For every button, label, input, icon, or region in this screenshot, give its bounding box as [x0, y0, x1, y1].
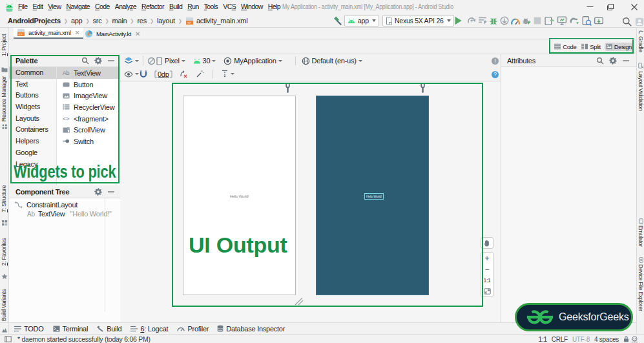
menu-help[interactable]: Help — [265, 0, 283, 14]
tool-button-build-variants[interactable]: Build Variants — [1, 289, 7, 321]
tab-row-divider — [9, 39, 636, 39]
menu-view[interactable]: View — [45, 0, 63, 14]
chevron-down-icon — [212, 60, 216, 62]
breadcrumb-main[interactable]: main — [112, 17, 127, 25]
menu-code[interactable]: Code — [92, 0, 112, 14]
apply-code-changes-icon[interactable] — [477, 16, 488, 26]
tool-button-project[interactable]: 1: Project — [1, 34, 7, 56]
device-for-preview-select[interactable]: Pixel — [156, 57, 185, 65]
breadcrumb-project[interactable]: AndroidProjects — [8, 17, 61, 25]
tab-mainactivity-kt[interactable]: MainActivity.kt ✕ — [81, 28, 143, 39]
line-ending[interactable]: CRLF — [552, 336, 568, 343]
tool-button-device-file-explorer[interactable]: Device File Explorer — [638, 264, 644, 311]
help-icon[interactable]: ? — [491, 70, 499, 79]
night-mode-button[interactable] — [147, 57, 156, 65]
status-message[interactable]: * daemon started successfully (today 6:0… — [17, 335, 151, 343]
run-icon[interactable] — [453, 16, 463, 26]
tool-button-layout-validation[interactable]: Layout Validation — [638, 71, 644, 111]
device-manager-icon[interactable] — [545, 16, 555, 26]
breadcrumb-file[interactable]: activity_main.xml — [196, 17, 248, 25]
breadcrumb-app[interactable]: app — [71, 17, 83, 25]
profile-badge-icon[interactable] — [634, 17, 644, 27]
menu-file[interactable]: File — [16, 0, 30, 14]
chevron-down-icon — [135, 60, 139, 62]
menu-run[interactable]: Run — [185, 0, 201, 14]
tool-button-logcat[interactable]: 6: Logcat — [130, 325, 168, 333]
avd-manager-icon[interactable] — [557, 16, 567, 26]
menu-build[interactable]: Build — [167, 0, 185, 14]
pack-selection-button[interactable] — [221, 70, 234, 78]
menu-window[interactable]: Window — [238, 0, 265, 14]
lock-icon[interactable] — [623, 336, 629, 342]
apply-changes-icon[interactable] — [466, 16, 477, 26]
minimize-panel-icon[interactable] — [107, 188, 115, 196]
sdk-manager-icon[interactable] — [594, 16, 604, 26]
constraint-toolbar: 0dp — [120, 67, 501, 81]
menu-vcs[interactable]: VCS — [220, 0, 238, 14]
sync-gradle-icon[interactable] — [569, 16, 579, 26]
api-version-select[interactable]: 30 — [193, 57, 216, 65]
menu-edit[interactable]: Edit — [30, 0, 46, 14]
tool-button-structure[interactable]: 7: Structure — [1, 185, 7, 213]
menu-tools[interactable]: Tools — [202, 0, 221, 14]
attach-profiler-icon[interactable] — [521, 16, 532, 26]
build-variants-icon — [1, 327, 8, 333]
default-margins-button[interactable]: 0dp — [154, 70, 173, 78]
annotation-widgets-to-pick: Widgets to pick — [14, 162, 116, 182]
menu-analyze[interactable]: Analyze — [112, 0, 139, 14]
layout-validation-icon — [638, 63, 644, 68]
device-select[interactable]: Nexus 5X API 26 — [382, 15, 454, 26]
locale-select[interactable]: Default (en-us) — [302, 57, 362, 65]
maximize-button[interactable] — [601, 0, 620, 14]
tool-button-profiler[interactable]: Profiler — [177, 325, 209, 333]
search-everywhere-icon[interactable] — [622, 17, 632, 27]
theme-select[interactable]: MyApplication — [223, 57, 282, 65]
menu-navigate[interactable]: Navigate — [63, 0, 92, 14]
tool-button-gradle[interactable]: Gradle — [638, 36, 644, 52]
tool-button-label: TODO — [24, 325, 44, 333]
attach-debugger-icon[interactable] — [499, 16, 510, 26]
gear-icon[interactable] — [94, 188, 102, 196]
issue-panel-icon[interactable] — [491, 57, 499, 65]
tool-button-resource-manager[interactable]: Resource Manager — [1, 76, 7, 121]
layout-inspector-icon[interactable] — [581, 16, 592, 26]
tool-button-favorites[interactable]: 2: Favorites — [1, 238, 7, 265]
tool-button-emulator[interactable]: Emulator — [638, 225, 644, 247]
tool-button-terminal[interactable]: Terminal — [53, 325, 88, 333]
close-tab-icon[interactable]: ✕ — [135, 30, 140, 37]
tree-item-constraintlayout[interactable]: ConstraintLayout — [14, 201, 78, 209]
debug-icon[interactable] — [488, 16, 499, 26]
profiler-icon[interactable] — [510, 16, 521, 26]
caret-position[interactable]: 1:1 — [539, 336, 547, 343]
close-button[interactable] — [625, 0, 644, 14]
build-hammer-icon — [96, 325, 104, 332]
menu-refactor[interactable]: Refactor — [139, 0, 167, 14]
notifications-icon[interactable] — [631, 336, 638, 342]
run-config-select[interactable]: app — [344, 15, 379, 26]
file-encoding[interactable]: UTF-8 — [572, 336, 590, 343]
tool-button-build[interactable]: Build — [96, 325, 121, 333]
tab-activity-main-xml[interactable]: <> activity_main.xml ✕ — [14, 28, 83, 39]
clear-constraints-button[interactable] — [179, 70, 188, 78]
design-surface-select[interactable] — [124, 57, 139, 65]
tree-item-textview[interactable]: Ab TextView "Hello World!" — [27, 210, 112, 218]
search-icon[interactable] — [596, 57, 604, 65]
build-hammer-icon[interactable] — [333, 16, 343, 26]
geeksforgeeks-icon — [526, 307, 554, 327]
breadcrumb-res[interactable]: res — [137, 17, 147, 25]
view-options-button[interactable] — [124, 71, 139, 78]
infer-constraints-button[interactable] — [196, 70, 204, 78]
toolwindow-toggle-icon[interactable] — [5, 336, 12, 342]
breadcrumb-layout[interactable]: layout — [157, 17, 175, 25]
close-tab-icon[interactable]: ✕ — [75, 29, 80, 36]
constraintlayout-icon — [14, 201, 23, 209]
gear-icon[interactable] — [609, 57, 617, 65]
phone-icon — [156, 57, 162, 65]
minimize-button[interactable] — [580, 0, 599, 14]
tool-button-database-inspector[interactable]: Database Inspector — [217, 325, 285, 333]
indent-setting[interactable]: 4 spaces — [594, 336, 619, 343]
tool-button-todo[interactable]: TODO — [14, 325, 44, 333]
breadcrumb-src[interactable]: src — [93, 17, 102, 25]
autoconnect-button[interactable] — [140, 70, 147, 78]
minimize-panel-icon[interactable] — [622, 57, 630, 65]
